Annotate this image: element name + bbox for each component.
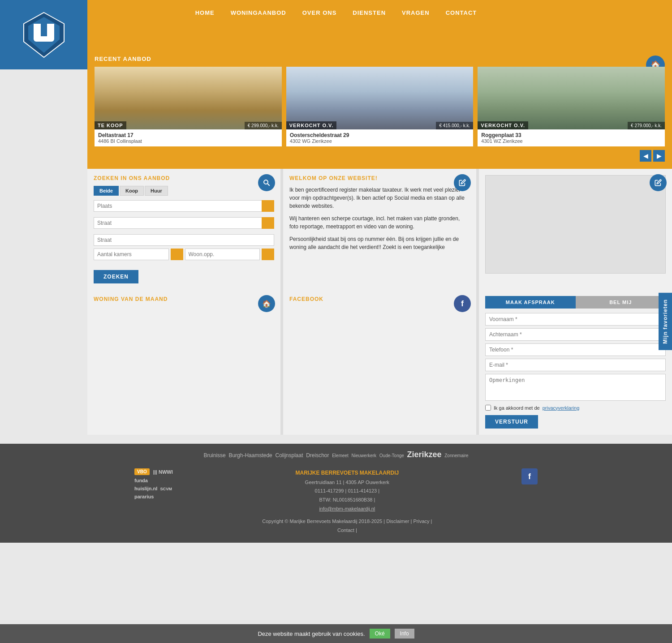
nwwi-text: ||| NWWI bbox=[153, 469, 173, 475]
property-price: € 299.000,- k.k. bbox=[245, 122, 282, 129]
opp-btn[interactable] bbox=[262, 249, 274, 260]
nav-vragen[interactable]: VRAGEN bbox=[394, 9, 438, 16]
property-address: Roggenplaat 33 bbox=[481, 132, 661, 138]
footer-address: Geertruidlaan 11 | 4305 AP Ouwerkerk bbox=[305, 480, 390, 485]
footer-cities: Bruinisse Burgh-Haamstede Colijnsplaat D… bbox=[0, 450, 672, 459]
footer-disclaimer[interactable]: Disclaimer bbox=[386, 519, 409, 524]
footer-bottom: VBO ||| NWWI funda huislijn.nl SCVM para… bbox=[125, 464, 547, 539]
kamers-opp-row bbox=[94, 249, 274, 260]
straat2-input[interactable] bbox=[94, 234, 274, 246]
privacy-row: Ik ga akkoord met de privacyverklaring bbox=[485, 405, 666, 411]
funda-text: funda bbox=[134, 478, 148, 483]
svg-point-5 bbox=[264, 180, 268, 184]
property-price: € 415.000,- k.k. bbox=[436, 122, 473, 129]
pararius-text: pararius bbox=[134, 494, 154, 499]
tab-koop[interactable]: Koop bbox=[120, 186, 144, 196]
nav-contact[interactable]: CONTACT bbox=[438, 9, 485, 16]
search-title: ZOEKEN IN ONS AANBOD bbox=[94, 175, 274, 181]
achternaam-input[interactable] bbox=[485, 328, 666, 341]
property-info: Oosterscheldestraat 29 4302 WG Zierikzee bbox=[286, 129, 474, 146]
aantal-kamers-input[interactable] bbox=[94, 249, 169, 260]
verstuur-button[interactable]: VERSTUUR bbox=[485, 415, 538, 429]
property-address: Deltastraat 17 bbox=[98, 132, 278, 138]
right-edit-icon bbox=[650, 174, 667, 191]
main-nav: HOME WONINGAANBOD OVER ONS DIENSTEN VRAG… bbox=[0, 0, 672, 25]
property-card[interactable]: TE KOOP € 299.000,- k.k. Deltastraat 17 … bbox=[95, 67, 282, 146]
nav-woningaanbod[interactable]: WONINGAANBOD bbox=[223, 9, 294, 16]
tab-bel-mij[interactable]: BEL MIJ bbox=[576, 296, 666, 309]
opmerkingen-textarea[interactable] bbox=[485, 374, 666, 401]
logo-row-vbo: VBO ||| NWWI bbox=[134, 468, 173, 475]
three-col-section: ZOEKEN IN ONS AANBOD Beide Koop Huur bbox=[87, 169, 672, 290]
property-image: TE KOOP € 299.000,- k.k. bbox=[95, 67, 282, 129]
plaats-wrapper bbox=[94, 200, 274, 212]
welcome-section: WELKOM OP ONZE WEBSITE! Ik ben gecertifi… bbox=[280, 169, 479, 290]
footer-phone1: 0111-417299 bbox=[315, 488, 344, 493]
property-info: Deltastraat 17 4486 BI Collinsplaat bbox=[95, 129, 282, 146]
woning-maand-icon: 🏠 bbox=[258, 295, 275, 312]
next-arrow[interactable]: ▶ bbox=[653, 150, 665, 162]
footer-privacy[interactable]: Privacy bbox=[414, 519, 430, 524]
straat-search-btn[interactable] bbox=[262, 217, 274, 229]
footer-facebook-icon[interactable]: f bbox=[521, 468, 538, 484]
mijn-favorieten-button[interactable]: Mijn favorieten bbox=[659, 293, 672, 350]
woon-opp-input[interactable] bbox=[185, 249, 260, 260]
plaats-search-btn[interactable] bbox=[262, 200, 274, 212]
search-tabs: Beide Koop Huur bbox=[94, 186, 274, 196]
tab-huur[interactable]: Huur bbox=[145, 186, 168, 196]
welcome-text: Ik ben gecertificeerd register makelaar … bbox=[289, 186, 470, 251]
recent-aanbod-title: RECENT AANBOD bbox=[95, 56, 665, 62]
email-input[interactable] bbox=[485, 359, 666, 371]
facebook-title: FACEBOOK bbox=[289, 296, 470, 302]
telefoon-input[interactable] bbox=[485, 343, 666, 356]
prev-arrow[interactable]: ◀ bbox=[640, 150, 651, 162]
facebook-section: FACEBOOK f bbox=[280, 290, 479, 435]
footer-contact-link[interactable]: Contact bbox=[337, 527, 354, 533]
search-icon bbox=[258, 174, 275, 191]
footer-phone2: 0111-414123 bbox=[348, 488, 377, 493]
voornaam-input[interactable] bbox=[485, 313, 666, 326]
kamers-btn[interactable] bbox=[171, 249, 183, 260]
logo-row-funda: funda bbox=[134, 478, 173, 483]
footer-contact-info: MARIJKE BERREVOETS MAKELAARDIJ Geertruid… bbox=[262, 468, 432, 535]
footer-logos: VBO ||| NWWI funda huislijn.nl SCVM para… bbox=[134, 468, 173, 499]
privacy-checkbox[interactable] bbox=[485, 405, 491, 411]
privacy-link[interactable]: privacyverklaring bbox=[543, 405, 580, 411]
tab-maak-afspraak[interactable]: MAAK AFSPRAAK bbox=[485, 296, 576, 309]
property-image: VERKOCHT O.V. € 415.000,- k.k. bbox=[286, 67, 474, 129]
svg-rect-4 bbox=[34, 36, 54, 42]
contact-tabs: MAAK AFSPRAAK BEL MIJ bbox=[485, 296, 666, 309]
footer-btw: BTW: NL001851680B38 | bbox=[319, 497, 375, 502]
logo-icon bbox=[19, 10, 69, 60]
welcome-edit-icon bbox=[454, 174, 471, 191]
property-city: 4302 WG Zierikzee bbox=[290, 138, 470, 144]
search-section: ZOEKEN IN ONS AANBOD Beide Koop Huur bbox=[87, 169, 280, 290]
straat-input[interactable] bbox=[94, 217, 274, 229]
nav-diensten[interactable]: DIENSTEN bbox=[345, 9, 394, 16]
nav-over-ons[interactable]: OVER ONS bbox=[294, 9, 345, 16]
vbo-badge: VBO bbox=[134, 468, 150, 475]
woning-maand-title: WONING VAN DE MAAND bbox=[94, 296, 274, 302]
carousel-nav: ◀ ▶ bbox=[95, 150, 665, 162]
logo-row-huislijn: huislijn.nl SCVM bbox=[134, 486, 173, 491]
woning-maand-section: WONING VAN DE MAAND 🏠 bbox=[87, 290, 280, 435]
property-city: 4301 WZ Zierikzee bbox=[481, 138, 661, 144]
recent-aanbod-section: RECENT AANBOD 🏠 TE KOOP € 299.000,- k.k.… bbox=[87, 50, 672, 169]
footer-email[interactable]: info@mbm-makelaardij.nl bbox=[319, 506, 375, 511]
privacy-text: Ik ga akkoord met de bbox=[494, 405, 540, 411]
properties-grid: TE KOOP € 299.000,- k.k. Deltastraat 17 … bbox=[95, 67, 665, 146]
property-card[interactable]: VERKOCHT O.V. € 415.000,- k.k. Oostersch… bbox=[286, 67, 474, 146]
property-card[interactable]: VERKOCHT O.V. € 279.000,- k.k. Roggenpla… bbox=[478, 67, 665, 146]
logo-row-pararius: pararius bbox=[134, 494, 173, 499]
zoeken-button[interactable]: ZOEKEN bbox=[94, 270, 138, 283]
footer: Bruinisse Burgh-Haamstede Colijnsplaat D… bbox=[0, 444, 672, 543]
property-badge: TE KOOP bbox=[95, 121, 126, 129]
property-badge: VERKOCHT O.V. bbox=[478, 121, 528, 129]
straat-wrapper bbox=[94, 217, 274, 229]
plaats-input[interactable] bbox=[94, 200, 274, 212]
property-price: € 279.000,- k.k. bbox=[628, 122, 665, 129]
nav-home[interactable]: HOME bbox=[187, 9, 223, 16]
welcome-title: WELKOM OP ONZE WEBSITE! bbox=[289, 175, 470, 181]
tab-beide[interactable]: Beide bbox=[94, 186, 119, 196]
contact-form-section: MAAK AFSPRAAK BEL MIJ Ik ga akkoord met … bbox=[479, 290, 672, 435]
